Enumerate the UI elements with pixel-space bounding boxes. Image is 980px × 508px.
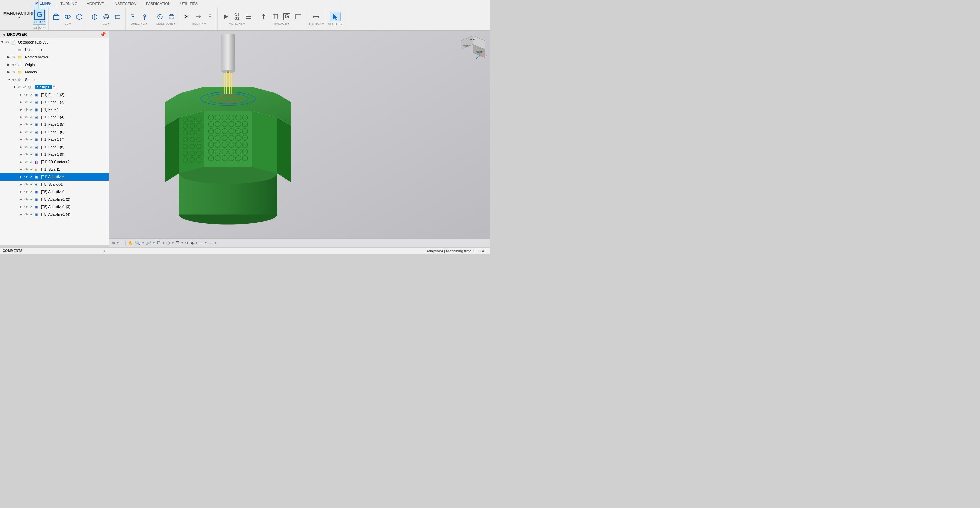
2d-btn-1[interactable]	[51, 12, 62, 21]
comments-section: COMMENTS +	[0, 248, 109, 254]
bottom-tool-pan[interactable]: ✋	[128, 241, 133, 246]
tree-item-t5_adaptive1_4[interactable]: ▶👁✔▣[T5] Adaptive1 (4)	[0, 211, 108, 218]
browser-tree: ▼ 👁 📄 OctogoonTOp v35 ▭ Units: mm ▶ 👁 �	[0, 38, 108, 245]
svg-marker-46	[252, 111, 277, 174]
tree-item-t1_face1_8[interactable]: ▶👁✔▣[T1] Face1 (8)	[0, 143, 108, 151]
t1_swarf1-type-icon: ◈	[35, 168, 40, 171]
2d-btn-2[interactable]	[62, 12, 73, 21]
tree-item-t1_face1_3[interactable]: ▶👁✔▣[T1] Face1 (3)	[0, 98, 108, 106]
tree-item-t1_adaptive4[interactable]: ▶👁✔▣[T1] Adaptive4	[0, 173, 108, 181]
tree-item-t1_face1_9[interactable]: ▶👁✔▣[T1] Face1 (9)	[0, 151, 108, 158]
tab-additive[interactable]: ADDITIVE	[82, 0, 109, 8]
bottom-tool-move[interactable]: ⊕	[111, 241, 115, 246]
t5_adaptive1_2-name: [T5] Adaptive1 (2)	[41, 197, 108, 201]
t5_adaptive1_3-type-icon: ▣	[35, 205, 40, 209]
t1_face1_3-vis-icon: 👁	[24, 100, 30, 104]
bottom-tool-hex[interactable]: ⬡	[166, 241, 170, 246]
modify-group-label: MODIFY	[192, 22, 204, 25]
t1_2d_contour2-name: [T1] 2D Contour2	[41, 160, 108, 164]
tree-item-t1_face1_6[interactable]: ▶👁✔▣[T1] Face1 (6)	[0, 128, 108, 136]
bottom-tool-forward[interactable]: →	[208, 241, 213, 246]
viewport[interactable]: TOP FRONT RIGHT X Y	[109, 30, 490, 245]
manage-btn-4[interactable]	[293, 12, 304, 21]
t5_adaptive1-vis-icon: 👁	[24, 190, 30, 194]
toolbar-group-actions: G1G2 ACTIONS▾	[218, 8, 256, 30]
tree-item-t5_adaptive1_2[interactable]: ▶👁✔▣[T5] Adaptive1 (2)	[0, 195, 108, 203]
t1_face1-type-icon: ▣	[35, 108, 40, 111]
browser-pin-icon[interactable]: 📌	[100, 32, 106, 37]
tree-item-units[interactable]: ▭ Units: mm	[0, 46, 108, 53]
svg-rect-38	[221, 34, 235, 72]
manage-btn-1[interactable]	[258, 12, 269, 21]
add-comment-button[interactable]: +	[103, 248, 106, 254]
bottom-tool-display[interactable]: ☐	[157, 241, 161, 246]
bottom-tool-extra[interactable]: ⊕	[199, 241, 203, 246]
tree-item-t5_adaptive1[interactable]: ▶👁✔▣[T5] Adaptive1	[0, 188, 108, 195]
bottom-tool-diamond[interactable]: ◆	[191, 241, 194, 246]
models-vis-icon: 👁	[12, 70, 18, 74]
tree-item-t1_face1_5[interactable]: ▶👁✔▣[T1] Face1 (5)	[0, 121, 108, 128]
drilling-btn-2[interactable]	[139, 12, 150, 21]
tab-turning[interactable]: TURNING	[56, 0, 82, 8]
actions-group-label: ACTIONS	[229, 22, 243, 25]
tab-inspection[interactable]: INSPECTION	[109, 0, 141, 8]
2d-btn-3[interactable]	[74, 12, 85, 21]
tree-item-t1_face1_7[interactable]: ▶👁✔▣[T1] Face1 (7)	[0, 136, 108, 143]
modify-btn-scissors[interactable]: ✂	[181, 12, 192, 21]
t1_face1_5-status-icon: ✔	[30, 123, 35, 127]
bottom-tool-frame[interactable]: ⬜	[121, 241, 126, 246]
multiaxis-btn-2[interactable]	[166, 12, 177, 21]
tab-utilities[interactable]: UTILITIES	[176, 0, 202, 8]
modify-btn-3[interactable]	[205, 12, 215, 21]
manage-btn-3[interactable]: G	[282, 13, 292, 21]
t1_face1_9-status-icon: ✔	[30, 153, 35, 156]
tree-item-named-views[interactable]: ▶ 👁 📁 Named Views	[0, 53, 108, 61]
tree-item-setups[interactable]: ▼ 👁 ⚙ Setups	[0, 76, 108, 83]
bottom-tool-rotate[interactable]: ↺	[185, 241, 189, 246]
tree-item-t5_adaptive1_3[interactable]: ▶👁✔▣[T5] Adaptive1 (3)	[0, 203, 108, 211]
select-btn-1[interactable]	[330, 12, 340, 21]
tab-milling[interactable]: MILLING	[30, 0, 56, 8]
t1_face1_8-expand-arrow: ▶	[20, 145, 24, 149]
t1_face1_8-status-icon: ✔	[30, 145, 35, 149]
t1_face1_4-status-icon: ✔	[30, 115, 35, 119]
drilling-btn-1[interactable]	[127, 12, 138, 21]
bottom-tool-zoom[interactable]: 🔍	[135, 241, 140, 246]
svg-marker-28	[262, 18, 265, 19]
setup-button[interactable]: G SETUP	[33, 8, 46, 24]
tree-item-t1_face1_4[interactable]: ▶👁✔▣[T1] Face1 (4)	[0, 113, 108, 121]
t1_2d_contour2-expand-arrow: ▶	[20, 160, 24, 164]
bottom-tool-zoom2[interactable]: 🔎	[146, 241, 151, 246]
actions-btn-g1g2[interactable]: G1G2	[231, 12, 242, 21]
tree-item-t1_face1_2[interactable]: ▶👁✔▣[T1] Face1 (2)	[0, 91, 108, 98]
bottom-tool-list[interactable]: ☰	[176, 241, 179, 246]
tree-item-t5_scallop1[interactable]: ▶👁✔◉[T5] Scallop1	[0, 181, 108, 188]
3d-btn-3[interactable]	[112, 12, 123, 21]
tree-item-t1_face1[interactable]: ▶👁✔▣[T1] Face1	[0, 106, 108, 113]
actions-btn-1[interactable]	[220, 12, 231, 21]
tree-item-origin[interactable]: ▶ 👁 ⊕ Origin	[0, 61, 108, 68]
3d-btn-1[interactable]	[89, 12, 100, 21]
actions-btn-3[interactable]	[243, 12, 254, 21]
svg-marker-44	[179, 111, 204, 174]
modify-btn-2[interactable]	[193, 12, 204, 21]
3d-btn-2[interactable]	[101, 12, 111, 21]
manage-btn-2[interactable]	[270, 12, 281, 21]
tabs-row: MILLING TURNING ADDITIVE INSPECTION FABR…	[30, 0, 202, 8]
t5_adaptive1_2-vis-icon: 👁	[24, 198, 30, 201]
tree-item-setup1[interactable]: ▼ 👁 ✔ ⬡ Setup1 ⊙	[0, 83, 108, 91]
t1_face1_8-vis-icon: 👁	[24, 145, 30, 149]
viewcube[interactable]: TOP FRONT RIGHT X Y	[460, 34, 487, 61]
multiaxis-btn-1[interactable]	[154, 12, 165, 21]
svg-marker-1	[53, 14, 59, 16]
tab-fabrication[interactable]: FABRICATION	[141, 0, 176, 8]
tree-item-models[interactable]: ▶ 👁 📁 Models	[0, 68, 108, 76]
tree-item-root[interactable]: ▼ 👁 📄 OctogoonTOp v35	[0, 38, 108, 46]
t1_face1_9-vis-icon: 👁	[24, 153, 30, 156]
browser-collapse-icon[interactable]: ◀	[3, 33, 5, 37]
tree-item-t1_swarf1[interactable]: ▶👁✔◈[T1] Swarf1	[0, 165, 108, 173]
units-type-icon: ▭	[18, 48, 24, 52]
tree-item-t1_2d_contour2[interactable]: ▶👁✔◧[T1] 2D Contour2	[0, 158, 108, 165]
inspect-btn-1[interactable]	[311, 12, 321, 21]
svg-marker-43	[165, 117, 179, 182]
